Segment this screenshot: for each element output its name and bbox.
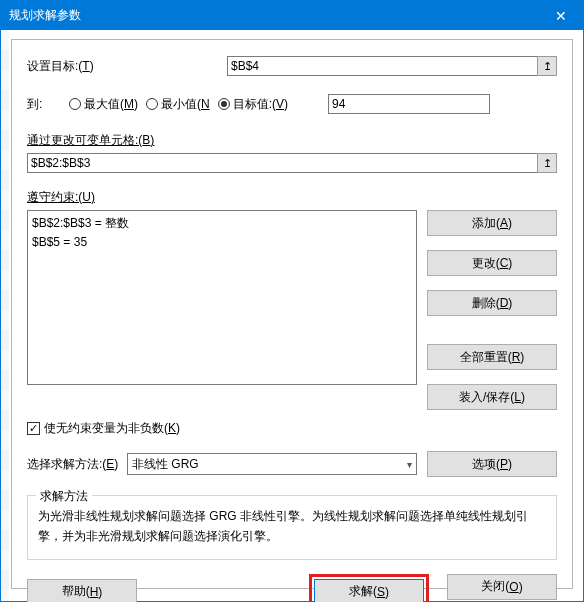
left-edge-bg xyxy=(1,30,9,601)
t: 目标值:( xyxy=(233,97,276,111)
nonneg-checkbox-row[interactable]: ✓ 使无约束变量为非负数(K) xyxy=(27,420,557,437)
t: ) xyxy=(176,421,180,435)
to-label: 到: xyxy=(27,96,69,113)
changing-cells-input[interactable] xyxy=(27,153,538,173)
t: 全部重置( xyxy=(460,349,512,366)
text: 设置目标:( xyxy=(27,59,82,73)
radio-max-label: 最大值(M) xyxy=(84,96,138,113)
t: 选择求解方法:( xyxy=(27,457,106,471)
delete-button[interactable]: 删除(D) xyxy=(427,290,557,316)
a: D xyxy=(500,296,509,310)
groupbox-text: 为光滑非线性规划求解问题选择 GRG 非线性引擎。为线性规划求解问题选择单纯线性… xyxy=(38,506,546,547)
radio-icon xyxy=(146,98,158,110)
a: N xyxy=(201,97,210,111)
radio-icon xyxy=(218,98,230,110)
t: ) xyxy=(284,97,288,111)
t: ) xyxy=(519,580,523,594)
target-value-input[interactable] xyxy=(328,94,490,114)
t: 遵守约束:( xyxy=(27,190,82,204)
a: L xyxy=(514,390,521,404)
solve-button[interactable]: 求解(S) xyxy=(314,579,424,602)
checkbox-icon: ✓ xyxy=(27,422,40,435)
objective-input[interactable] xyxy=(227,56,538,76)
t: 选项( xyxy=(472,456,500,473)
radio-value-label: 目标值:(V) xyxy=(233,96,288,113)
method-select[interactable]: 非线性 GRG ▾ xyxy=(127,453,417,475)
a: U xyxy=(82,190,91,204)
t: ) xyxy=(520,350,524,364)
options-button[interactable]: 选项(P) xyxy=(427,451,557,477)
right-buttons: 求解(S) 关闭(O) xyxy=(309,574,557,602)
a: R xyxy=(512,350,521,364)
t: 使无约束变量为非负数( xyxy=(44,421,168,435)
t: ) xyxy=(508,457,512,471)
constraint-item[interactable]: $B$2:$B$3 = 整数 xyxy=(32,214,412,233)
t: ) xyxy=(508,256,512,270)
close-button[interactable]: 关闭(O) xyxy=(447,574,557,600)
t: 添加( xyxy=(472,215,500,232)
t: ) xyxy=(385,585,389,599)
objective-refedit-button[interactable]: ↥ xyxy=(537,56,557,76)
radio-min[interactable]: 最小值(N xyxy=(146,96,210,113)
constraints-area: $B$2:$B$3 = 整数$B$5 = 35 添加(A) 更改(C) 删除(D… xyxy=(27,210,557,410)
load-save-button[interactable]: 装入/保存(L) xyxy=(427,384,557,410)
a: S xyxy=(377,585,385,599)
constraints-listbox[interactable]: $B$2:$B$3 = 整数$B$5 = 35 xyxy=(27,210,417,385)
changing-cells-refedit-button[interactable]: ↥ xyxy=(537,153,557,173)
t: ) xyxy=(114,457,118,471)
chevron-down-icon: ▾ xyxy=(407,459,412,470)
solve-highlight: 求解(S) xyxy=(309,574,429,602)
t: 关闭( xyxy=(481,578,509,595)
nonneg-label: 使无约束变量为非负数(K) xyxy=(44,420,180,437)
t: ) xyxy=(508,296,512,310)
t: ) xyxy=(91,190,95,204)
t: 删除( xyxy=(472,295,500,312)
radio-max[interactable]: 最大值(M) xyxy=(69,96,138,113)
t: ) xyxy=(508,216,512,230)
changing-cells-label: 通过更改可变单元格:(B) xyxy=(27,132,557,149)
add-button[interactable]: 添加(A) xyxy=(427,210,557,236)
accel: T xyxy=(82,59,89,73)
t: ) xyxy=(98,585,102,599)
t: 求解( xyxy=(349,583,377,600)
t: 通过更改可变单元格:( xyxy=(27,133,142,147)
titlebar: 规划求解参数 ✕ xyxy=(1,1,583,30)
t: 更改( xyxy=(472,255,500,272)
radio-icon xyxy=(69,98,81,110)
a: O xyxy=(509,580,518,594)
a: K xyxy=(168,421,176,435)
dialog-window: 规划求解参数 ✕ 设置目标:(T) ↥ 到: 最大值(M) 最小值(N xyxy=(0,0,584,602)
constraint-item[interactable]: $B$5 = 35 xyxy=(32,233,412,252)
radio-min-label: 最小值(N xyxy=(161,96,210,113)
collapse-icon: ↥ xyxy=(543,157,552,170)
a: C xyxy=(500,256,509,270)
a: V xyxy=(276,97,284,111)
window-close-button[interactable]: ✕ xyxy=(538,1,583,30)
radio-value-of[interactable]: 目标值:(V) xyxy=(218,96,288,113)
a: P xyxy=(500,457,508,471)
help-button[interactable]: 帮助(H) xyxy=(27,579,137,602)
t: 帮助( xyxy=(62,583,90,600)
t: ) xyxy=(150,133,154,147)
a: H xyxy=(90,585,99,599)
change-button[interactable]: 更改(C) xyxy=(427,250,557,276)
close-icon: ✕ xyxy=(555,8,567,24)
changing-cells-row: ↥ xyxy=(27,153,557,173)
t: ) xyxy=(134,97,138,111)
client-area: 设置目标:(T) ↥ 到: 最大值(M) 最小值(N 目标值:(V) xyxy=(11,39,573,589)
t: 装入/保存( xyxy=(459,389,514,406)
text: ) xyxy=(90,59,94,73)
window-title: 规划求解参数 xyxy=(9,7,538,24)
reset-all-button[interactable]: 全部重置(R) xyxy=(427,344,557,370)
a: A xyxy=(500,216,508,230)
to-radio-group: 最大值(M) 最小值(N 目标值:(V) xyxy=(69,96,288,113)
t: 最小值( xyxy=(161,97,201,111)
constraints-label: 遵守约束:(U) xyxy=(27,189,557,206)
constraint-buttons: 添加(A) 更改(C) 删除(D) 全部重置(R) 装入/保存(L) xyxy=(427,210,557,410)
method-groupbox: 求解方法 为光滑非线性规划求解问题选择 GRG 非线性引擎。为线性规划求解问题选… xyxy=(27,495,557,560)
objective-row: 设置目标:(T) ↥ xyxy=(27,56,557,76)
set-objective-label: 设置目标:(T) xyxy=(27,58,227,75)
a: M xyxy=(124,97,134,111)
bottom-buttons: 帮助(H) 求解(S) 关闭(O) xyxy=(27,574,557,602)
collapse-icon: ↥ xyxy=(543,60,552,73)
